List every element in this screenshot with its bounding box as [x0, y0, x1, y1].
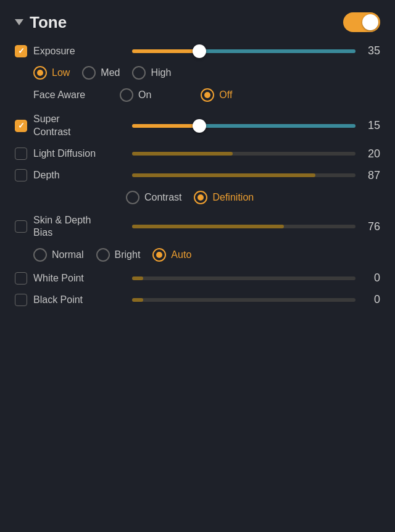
white-point-slider[interactable]	[132, 276, 356, 280]
skin-depth-bias-label: Skin & Depth Bias	[33, 214, 126, 240]
depth-label: Depth	[33, 170, 126, 181]
white-point-checkbox[interactable]	[15, 272, 27, 285]
black-point-value: 0	[362, 293, 380, 306]
exposure-radio-low	[33, 66, 47, 80]
exposure-label: Exposure	[33, 46, 126, 57]
skin-depth-bias-value: 76	[362, 220, 380, 233]
skin-option-auto[interactable]: Auto	[152, 248, 191, 262]
face-aware-off[interactable]: Off	[201, 88, 232, 102]
white-point-value: 0	[362, 272, 380, 285]
skin-label-auto: Auto	[171, 249, 191, 260]
section-header: Tone	[15, 12, 380, 32]
depth-option-contrast[interactable]: Contrast	[126, 191, 181, 204]
depth-label-contrast: Contrast	[144, 192, 181, 203]
exposure-label-med: Med	[101, 67, 120, 78]
skin-option-bright[interactable]: Bright	[96, 248, 141, 262]
exposure-option-med[interactable]: Med	[82, 66, 120, 80]
depth-label-definition: Definition	[212, 192, 254, 203]
depth-row: Depth 87	[15, 169, 380, 182]
depth-radio-contrast	[126, 191, 139, 204]
skin-radio-auto	[152, 248, 166, 262]
face-aware-row: Face Aware On Off	[15, 88, 380, 102]
depth-option-definition[interactable]: Definition	[194, 191, 254, 204]
depth-radio-definition	[194, 191, 207, 204]
black-point-checkbox[interactable]	[15, 294, 27, 306]
exposure-slider[interactable]	[132, 49, 356, 53]
skin-label-normal: Normal	[52, 249, 84, 260]
face-aware-on[interactable]: On	[120, 88, 151, 102]
super-contrast-row: Super Contrast 15	[15, 113, 380, 139]
white-point-row: White Point 0	[15, 272, 380, 285]
face-aware-label-off: Off	[219, 89, 232, 101]
white-point-label: White Point	[33, 273, 126, 284]
exposure-options-group: Low Med High	[15, 66, 380, 80]
exposure-value: 35	[362, 44, 380, 57]
black-point-row: Black Point 0	[15, 293, 380, 306]
face-aware-radio-off	[201, 88, 214, 102]
super-contrast-value: 15	[362, 119, 380, 132]
light-diffusion-row: Light Diffusion 20	[15, 148, 380, 160]
section-title: Tone	[30, 13, 67, 32]
exposure-label-low: Low	[52, 67, 70, 78]
skin-depth-options-group: Normal Bright Auto	[15, 248, 380, 262]
face-aware-label-on: On	[138, 89, 151, 101]
exposure-option-high[interactable]: High	[132, 66, 171, 80]
light-diffusion-label: Light Diffusion	[33, 148, 126, 159]
depth-value: 87	[362, 169, 380, 182]
skin-label-bright: Bright	[115, 249, 141, 260]
skin-radio-bright	[96, 248, 110, 262]
exposure-radio-med	[82, 66, 96, 80]
exposure-option-low[interactable]: Low	[33, 66, 70, 80]
super-contrast-slider[interactable]	[132, 124, 356, 128]
exposure-label-high: High	[151, 67, 171, 78]
face-aware-label: Face Aware	[33, 89, 107, 101]
black-point-label: Black Point	[33, 294, 126, 305]
depth-slider[interactable]	[132, 173, 356, 177]
exposure-radio-high	[132, 66, 146, 80]
super-contrast-label: Super Contrast	[33, 113, 126, 139]
depth-checkbox[interactable]	[15, 169, 27, 181]
light-diffusion-checkbox[interactable]	[15, 148, 27, 160]
section-toggle[interactable]	[343, 12, 380, 32]
skin-radio-normal	[33, 248, 47, 262]
skin-depth-bias-slider[interactable]	[132, 225, 356, 228]
skin-option-normal[interactable]: Normal	[33, 248, 84, 262]
skin-depth-bias-row: Skin & Depth Bias 76	[15, 214, 380, 240]
super-contrast-checkbox[interactable]	[15, 120, 27, 132]
light-diffusion-slider[interactable]	[132, 152, 356, 156]
depth-options-group: Contrast Definition	[15, 191, 380, 204]
collapse-icon[interactable]	[15, 19, 23, 25]
skin-depth-bias-checkbox[interactable]	[15, 220, 27, 233]
exposure-checkbox[interactable]	[15, 45, 27, 57]
black-point-slider[interactable]	[132, 298, 356, 302]
light-diffusion-value: 20	[362, 148, 380, 160]
face-aware-radio-on	[120, 88, 133, 102]
exposure-row: Exposure 35	[15, 44, 380, 57]
